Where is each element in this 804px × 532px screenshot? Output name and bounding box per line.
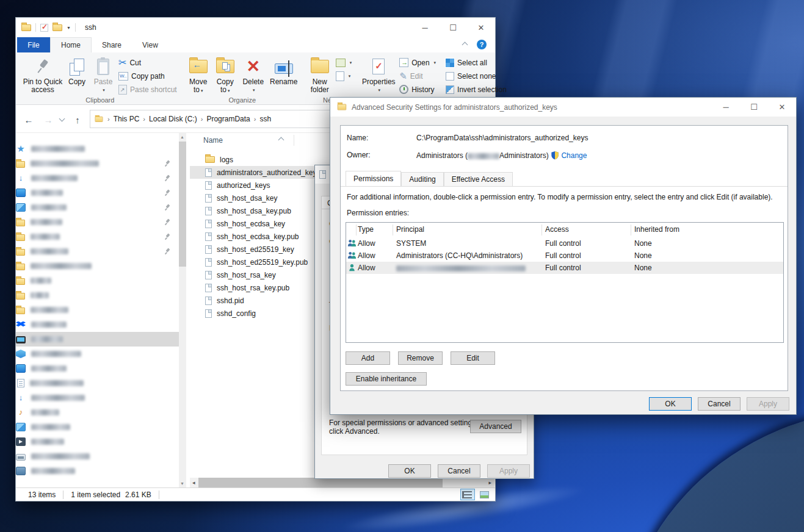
ribbon-collapse-icon[interactable] [462,41,468,48]
breadcrumb-programdata[interactable]: ProgramData [206,115,250,123]
nav-item[interactable] [16,361,179,376]
rename-button[interactable]: Rename [268,54,300,86]
tab-file[interactable]: File [17,37,50,52]
horizontal-scrollbar[interactable]: ◂ ▸ [190,478,494,487]
copy-to-button[interactable]: Copy to▾ [212,54,239,95]
scroll-up-arrow[interactable]: ▲ [180,135,184,139]
breadcrumb-local-disk[interactable]: Local Disk (C:) [149,115,197,123]
advanced-button[interactable]: Advanced [470,420,521,433]
column-principal[interactable]: Principal [396,225,424,234]
qat-properties-icon[interactable] [40,24,48,32]
invert-selection-button[interactable]: Invert selection [444,83,509,96]
advsec-cancel-button[interactable]: Cancel [698,397,741,411]
nav-item[interactable] [16,200,179,215]
nav-scrollbar[interactable]: ▲ ▼ [179,133,186,487]
nav-item[interactable] [16,244,179,259]
nav-item[interactable] [16,229,179,244]
delete-button[interactable]: ✕ Delete ▾ [239,54,268,94]
nav-item[interactable]: ★ [16,142,179,156]
column-header-name[interactable]: Name [203,136,223,145]
horizontal-scrollbar-thumb[interactable] [198,478,443,487]
tab-effective-access[interactable]: Effective Access [444,172,513,186]
nav-item[interactable] [16,332,179,347]
nav-item[interactable] [16,259,179,273]
history-button[interactable]: History [397,83,438,96]
nav-item[interactable]: ↓ [16,171,179,185]
nav-item[interactable] [16,288,179,303]
permission-row-user[interactable]: Allow Full control None [346,262,783,274]
tab-view[interactable]: View [132,37,168,52]
move-to-button[interactable]: ← Move to▾ [185,54,212,95]
advsec-minimize-button[interactable]: ─ [712,98,740,117]
select-none-button[interactable]: Select none [444,70,509,82]
column-type[interactable]: Type [358,225,374,234]
nav-item[interactable]: ↓ [16,390,179,405]
properties-ok-button[interactable]: OK [388,464,431,478]
easy-access-button[interactable]: ▾ [334,56,354,69]
forward-button[interactable]: → [40,112,56,128]
minimize-button[interactable]: ─ [411,18,439,37]
advsec-ok-button[interactable]: OK [649,397,692,411]
tab-home[interactable]: Home [50,37,92,52]
nav-item[interactable] [16,303,179,317]
paste-button[interactable]: Paste ▾ [90,54,117,94]
nav-item[interactable] [16,347,179,361]
edit-button[interactable]: Edit [451,351,495,365]
details-view-button[interactable] [460,489,475,500]
nav-item[interactable] [16,376,179,390]
nav-item[interactable] [16,420,179,434]
cut-button[interactable]: ✂ Cut [117,56,179,69]
advsec-close-button[interactable]: ✕ [768,98,796,117]
new-folder-button[interactable]: New folder [306,54,334,94]
permission-row-system[interactable]: Allow SYSTEM Full control None [346,237,783,250]
paste-shortcut-button[interactable]: Paste shortcut [117,83,179,96]
nav-item[interactable] [16,185,179,200]
nav-scrollbar-thumb[interactable] [179,142,186,267]
up-button[interactable]: ↑ [70,112,85,128]
advsec-maximize-button[interactable]: ☐ [740,98,768,117]
nav-item[interactable] [16,449,179,464]
recent-locations-chevron[interactable] [56,112,67,128]
scroll-right-arrow[interactable]: ▸ [488,480,491,486]
enable-inheritance-button[interactable]: Enable inheritance [346,372,427,386]
open-button[interactable]: Open▾ [397,56,438,69]
qat-customize-chevron-icon[interactable]: ▼ [67,26,71,30]
pin-to-quick-access-button[interactable]: Pin to Quick access [21,54,64,94]
properties-cancel-button[interactable]: Cancel [438,464,480,478]
nav-item[interactable] [16,317,179,332]
column-inherited-from[interactable]: Inherited from [634,225,679,234]
qat-newfolder-icon[interactable] [53,24,62,31]
thumbnail-view-button[interactable] [477,489,491,500]
back-button[interactable]: ← [21,112,37,128]
edit-button[interactable]: ✎ Edit [397,70,438,82]
tab-permissions[interactable]: Permissions [346,171,401,186]
maximize-button[interactable]: ☐ [439,18,467,37]
nav-item[interactable] [16,464,179,478]
nav-item[interactable] [16,273,179,288]
advsec-apply-button[interactable]: Apply [747,397,789,411]
tab-auditing[interactable]: Auditing [401,172,443,186]
scroll-left-arrow[interactable]: ◂ [192,480,195,486]
help-icon[interactable]: ? [477,40,487,49]
properties-apply-button[interactable]: Apply [487,464,530,478]
nav-item[interactable] [16,156,179,171]
column-access[interactable]: Access [545,225,569,234]
nav-item[interactable] [16,215,179,229]
properties-button[interactable]: Properties ▾ [360,54,397,94]
add-button[interactable]: Add [346,351,390,365]
copy-button[interactable]: Copy [64,54,90,86]
breadcrumb-this-pc[interactable]: This PC [114,115,140,123]
nav-item[interactable] [16,434,179,449]
tab-share[interactable]: Share [92,37,132,52]
remove-button[interactable]: Remove [398,351,443,365]
breadcrumb-ssh[interactable]: ssh [259,115,271,123]
select-all-button[interactable]: Select all [444,56,509,69]
close-button[interactable]: ✕ [467,18,495,37]
scroll-down-arrow[interactable]: ▼ [180,481,184,486]
permission-row-administrators[interactable]: Allow Administrators (CC-HQ\Administrato… [346,250,783,262]
column-divider[interactable] [294,135,294,146]
new-item-button[interactable]: ▾ [334,70,354,82]
nav-item[interactable]: ♪ [16,405,179,420]
change-owner-link[interactable]: Change [561,151,587,160]
copy-path-button[interactable]: Copy path [117,70,179,82]
